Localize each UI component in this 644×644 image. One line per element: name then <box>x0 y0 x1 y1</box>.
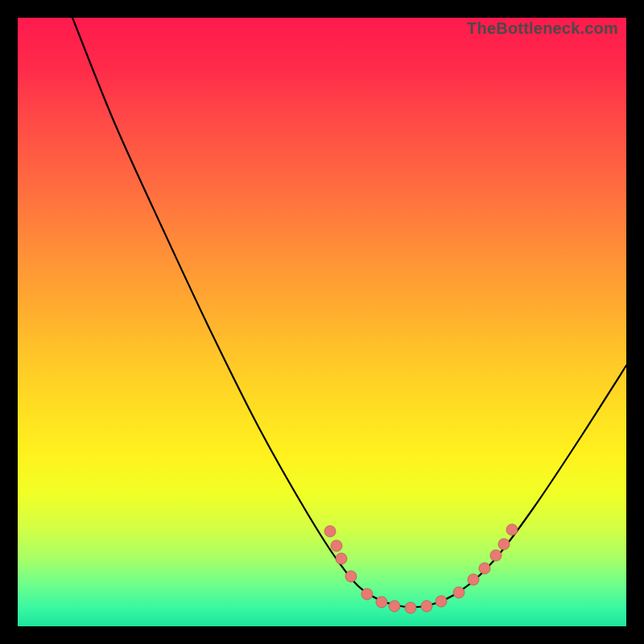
data-dot <box>468 574 479 585</box>
data-dot <box>345 571 357 582</box>
data-dot <box>421 601 432 612</box>
data-dot <box>324 526 336 537</box>
data-dot <box>336 553 347 564</box>
chart-svg <box>18 18 626 626</box>
data-dot <box>389 601 400 612</box>
data-dot <box>506 524 518 535</box>
data-dot <box>376 597 387 608</box>
data-dot <box>453 587 464 598</box>
data-dot <box>490 550 502 561</box>
chart-gradient-frame: TheBottleneck.com <box>18 18 626 626</box>
bottleneck-curve <box>72 18 626 607</box>
data-dot <box>498 539 510 550</box>
data-dot <box>331 540 342 551</box>
data-dot <box>479 563 490 574</box>
data-dots-group <box>324 524 518 613</box>
data-dot <box>405 602 416 613</box>
data-dot <box>361 588 373 600</box>
data-dot <box>436 596 447 607</box>
